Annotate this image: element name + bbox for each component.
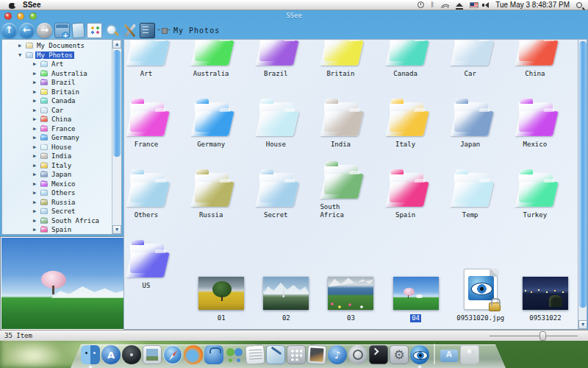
grid-item[interactable]: Britain	[318, 44, 362, 82]
grid-item[interactable]: Others	[124, 185, 168, 224]
disclosure-triangle-icon[interactable]: ▶	[33, 135, 40, 141]
scroll-down-icon[interactable]: ▼	[578, 320, 587, 329]
volume-icon[interactable]	[485, 2, 489, 8]
grid-item[interactable]: Art	[124, 44, 168, 82]
scroll-up-icon[interactable]: ▲	[112, 40, 121, 49]
grid-item[interactable]: Canada	[384, 44, 428, 82]
dock-system-preferences[interactable]: ⚙	[390, 345, 409, 364]
sidebar-scrollbar[interactable]: ▲ ▼	[112, 40, 121, 234]
grid-item[interactable]: Italy	[384, 115, 428, 153]
search-button[interactable]	[104, 23, 120, 38]
disclosure-triangle-icon[interactable]: ▶	[33, 153, 40, 159]
tree-item[interactable]: ▶ Britain	[2, 88, 112, 97]
dock-textedit[interactable]	[245, 344, 265, 364]
disclosure-triangle-icon[interactable]: ▶	[33, 79, 40, 85]
disclosure-triangle-icon[interactable]: ▼	[18, 52, 26, 58]
disclosure-triangle-icon[interactable]: ▶	[33, 116, 40, 122]
grid-item[interactable]: US	[124, 256, 168, 294]
tree-item[interactable]: ▶ France	[2, 124, 112, 134]
input-language-flag-icon[interactable]	[470, 2, 478, 8]
tree-item[interactable]: ▶ Australia	[2, 69, 112, 79]
tools-button[interactable]	[122, 23, 137, 38]
dock-ssee[interactable]	[410, 345, 429, 364]
dock-divider[interactable]	[434, 344, 435, 364]
disclosure-triangle-icon[interactable]: ▶	[33, 171, 40, 177]
thumbnail-size-slider[interactable]	[490, 336, 578, 336]
tree-item[interactable]: ▶ My Documents	[2, 41, 112, 51]
bluetooth-icon[interactable]: ᛒ	[431, 1, 434, 8]
app-menu[interactable]: SSee	[23, 1, 40, 9]
tree-item[interactable]: ▶ India	[2, 152, 112, 161]
dock-calculator[interactable]	[287, 345, 306, 364]
grid-item[interactable]: 02	[254, 256, 318, 327]
tree-item[interactable]: ▶ Russia	[2, 198, 112, 208]
disclosure-triangle-icon[interactable]: ▶	[33, 126, 40, 132]
disclosure-triangle-icon[interactable]: ▶	[33, 89, 40, 95]
grid-item[interactable]: South Africa	[318, 185, 362, 224]
slider-handle[interactable]	[539, 331, 546, 341]
thumbnail-view-button[interactable]	[87, 23, 102, 38]
disclosure-triangle-icon[interactable]: ▶	[33, 163, 40, 169]
grid-item[interactable]: House	[254, 115, 298, 153]
dock-trash[interactable]	[460, 345, 479, 364]
grid-item[interactable]: Car	[448, 44, 492, 82]
tree-item[interactable]: ▶ South Africa	[2, 216, 112, 226]
tree-item[interactable]: ▶ Germany	[2, 133, 112, 143]
dock-ichat[interactable]	[225, 345, 244, 364]
dock-app-store[interactable]: A	[101, 345, 121, 364]
disclosure-triangle-icon[interactable]: ▶	[33, 190, 40, 196]
tree-item[interactable]: ▶ Car	[2, 106, 112, 116]
dock-finder[interactable]	[81, 345, 100, 364]
forward-button[interactable]: →	[37, 23, 52, 38]
grid-item[interactable]: China	[513, 44, 557, 82]
grid-item[interactable]: Japan	[448, 115, 492, 153]
new-window-button[interactable]	[54, 23, 70, 38]
sidebar-scroll-thumb[interactable]	[113, 50, 121, 157]
tree-item[interactable]: ▶ China	[2, 115, 112, 124]
grid-item[interactable]: 09531022	[513, 256, 578, 327]
dock-firefox[interactable]	[184, 345, 203, 364]
disclosure-triangle-icon[interactable]: ▶	[33, 181, 40, 187]
dock-pages[interactable]	[266, 345, 285, 364]
disclosure-triangle-icon[interactable]: ▶	[33, 218, 40, 224]
disclosure-triangle-icon[interactable]: ▶	[18, 43, 26, 49]
disclosure-triangle-icon[interactable]: ▶	[33, 71, 40, 77]
disclosure-triangle-icon[interactable]: ▶	[33, 208, 40, 214]
grid-item[interactable]: Spain	[384, 185, 428, 224]
tree-item[interactable]: ▶ Spain	[2, 225, 112, 235]
grid-item[interactable]: 03	[318, 256, 383, 327]
dock-backpack[interactable]	[204, 345, 223, 364]
tree-item[interactable]: ▶ Japan	[2, 170, 112, 180]
tree-item[interactable]: ▶ Others	[2, 188, 112, 198]
eject-icon[interactable]	[456, 3, 463, 7]
grid-item[interactable]: Temp	[448, 185, 492, 224]
back-button[interactable]: ←	[19, 23, 35, 38]
wifi-icon[interactable]	[441, 2, 449, 8]
grid-item[interactable]: India	[318, 115, 362, 153]
grid-item[interactable]: 04	[384, 256, 448, 327]
grid-item[interactable]: Secret	[254, 185, 298, 224]
grid-item[interactable]: France	[124, 115, 168, 153]
grid-item[interactable]: 09531020.jpg	[448, 256, 513, 327]
dock-safari[interactable]	[163, 345, 182, 364]
scroll-down-icon[interactable]: ▼	[112, 225, 121, 234]
grid-item[interactable]: Australia	[189, 44, 233, 82]
tree-item[interactable]: ▶ Brazil	[2, 78, 112, 88]
slideshow-button[interactable]	[140, 23, 155, 38]
note-button[interactable]	[71, 22, 85, 38]
dock-dvd-player[interactable]	[122, 345, 141, 364]
disclosure-triangle-icon[interactable]: ▶	[33, 144, 40, 150]
tree-item[interactable]: ▶ Italy	[2, 161, 112, 171]
title-bar[interactable]: SSee	[0, 10, 588, 21]
grid-item[interactable]: Germany	[189, 115, 233, 153]
tree-item[interactable]: ▶ House	[2, 143, 112, 152]
dock-time-machine[interactable]	[348, 345, 368, 364]
grid-item[interactable]: Mexico	[513, 115, 557, 153]
dock-terminal[interactable]	[369, 345, 388, 364]
tree-item[interactable]: ▶ Mexico	[2, 180, 112, 189]
disclosure-triangle-icon[interactable]: ▶	[33, 227, 40, 233]
up-button[interactable]: ↑	[1, 23, 17, 38]
grid-item[interactable]: Brazil	[254, 44, 298, 82]
tree-item[interactable]: ▶ Canada	[2, 96, 112, 106]
tree-item[interactable]: ▶ Art	[2, 60, 112, 69]
